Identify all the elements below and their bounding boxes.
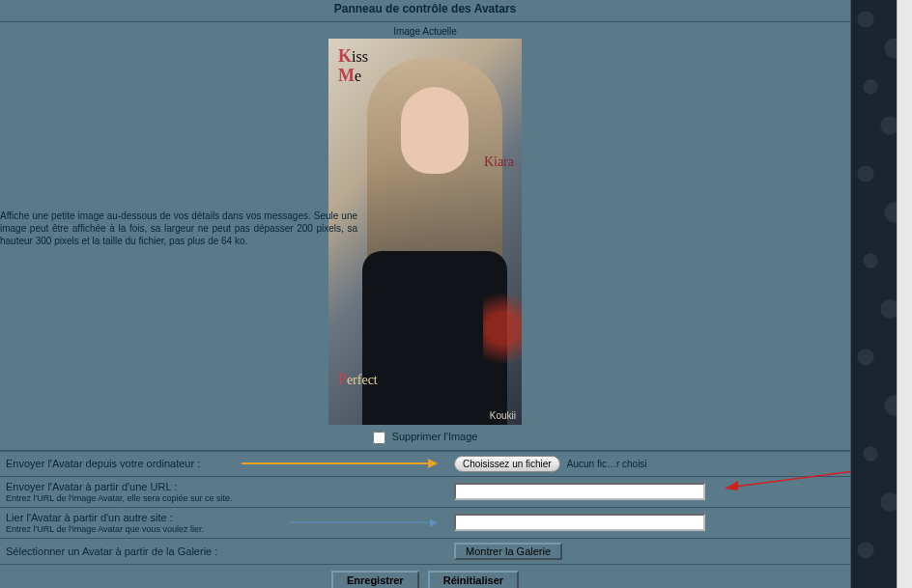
choose-file-button[interactable]: Choisissez un fichier	[454, 456, 560, 472]
sublabel-link-site: Entrez l'URL de l'image Avatar que vous …	[6, 524, 442, 534]
delete-image-checkbox[interactable]	[373, 432, 385, 444]
show-gallery-button[interactable]: Montrer la Galerie	[454, 543, 562, 560]
decorative-sidebar	[850, 0, 897, 588]
avatar-text-kiss: Kiss	[338, 46, 368, 67]
sublabel-upload-url: Entrez l'URL de l'image Avatar, elle ser…	[6, 493, 442, 503]
current-image-label: Image Actuelle	[0, 26, 850, 37]
label-upload-url: Envoyer l'Avatar à partir d'une URL :	[6, 481, 177, 492]
url-upload-input[interactable]	[454, 483, 705, 500]
submit-button-row: Enregistrer Réinitialiser	[0, 564, 850, 588]
file-status-text: Aucun fic…r choisi	[567, 459, 647, 469]
avatar-text-koukii: Koukii	[490, 410, 516, 421]
label-upload-pc: Envoyer l'Avatar depuis votre ordinateur…	[6, 458, 200, 469]
delete-image-row: Supprimer l'Image	[0, 425, 850, 451]
reset-button[interactable]: Réinitialiser	[428, 571, 519, 588]
row-gallery: Sélectionner un Avatar à partir de la Ga…	[0, 538, 850, 564]
avatar-text-kiara: Kiara	[484, 154, 514, 170]
row-link-site: Lier l'Avatar à partir d'un autre site :…	[0, 507, 850, 538]
annotation-arrow-orange	[242, 462, 437, 464]
label-link-site: Lier l'Avatar à partir d'un autre site :	[6, 512, 173, 523]
panel-title: Panneau de contrôle des Avatars	[0, 0, 850, 22]
avatar-form-table: Envoyer l'Avatar depuis votre ordinateur…	[0, 451, 850, 564]
save-button[interactable]: Enregistrer	[331, 571, 419, 588]
row-upload-pc: Envoyer l'Avatar depuis votre ordinateur…	[0, 451, 850, 476]
avatar-control-panel: Panneau de contrôle des Avatars Image Ac…	[0, 0, 850, 588]
row-upload-url: Envoyer l'Avatar à partir d'une URL : En…	[0, 476, 850, 507]
delete-image-label: Supprimer l'Image	[392, 431, 478, 442]
avatar-text-perfect: Perfect	[338, 371, 378, 388]
url-link-input[interactable]	[454, 514, 705, 531]
label-gallery: Sélectionner un Avatar à partir de la Ga…	[6, 546, 217, 557]
scrollbar[interactable]	[897, 0, 912, 588]
avatar-text-me: Me	[338, 66, 361, 86]
annotation-arrow-blue	[290, 522, 437, 523]
avatar-help-text: Affiche une petite image au-dessous de v…	[0, 210, 367, 247]
